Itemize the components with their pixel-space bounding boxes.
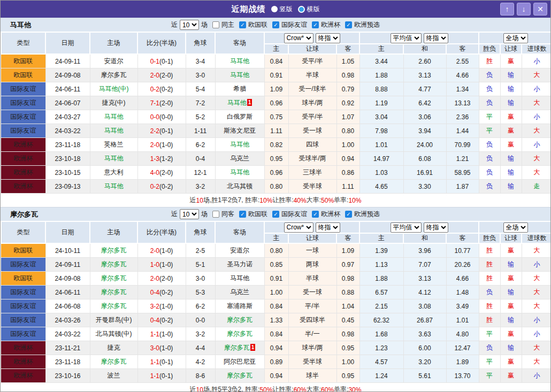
odds-company-select[interactable]: Crow* (284, 33, 313, 43)
league-checkbox-0[interactable]: ✓ (239, 21, 246, 28)
corner-cell: 3-0 (186, 272, 215, 286)
avg-away-cell: 10.77 (446, 243, 479, 258)
odds-stage-select[interactable]: 终指 (316, 222, 340, 233)
halftime-score: (2-0) (159, 99, 173, 107)
match-row: 国际友谊24-06-11摩尔多瓦0-4(0-2)5-3乌克兰1.00受一球0.8… (1, 286, 551, 299)
match-row: 国际友谊24-06-11马耳他(中)0-2(0-2)5-4希腊1.09受一/球半… (1, 82, 551, 96)
league-checkbox-3[interactable]: ✓ (345, 211, 352, 218)
halftime-score: (2-0) (159, 169, 173, 176)
handicap-result-cell: 赢 (500, 124, 522, 138)
fulltime-score: 1-3 (150, 155, 159, 163)
goals-result-cell: 大 (522, 152, 551, 166)
average-stage-select[interactable]: 终指 (424, 222, 448, 233)
score-cell: 0-2(0-2) (137, 180, 186, 194)
avg-draw-cell: 26.87 (403, 313, 446, 327)
halftime-score: (1-0) (159, 344, 173, 352)
date-cell: 24-09-08 (45, 272, 90, 286)
layout-radio-vertical[interactable]: 竖版 (271, 5, 293, 14)
avg-home-cell: 1.88 (359, 68, 403, 82)
avg-draw-cell: 3.63 (403, 327, 446, 341)
home-team-cell: 意大利 (90, 166, 137, 180)
league-checkbox-1[interactable]: ✓ (272, 21, 279, 28)
result-cell: 负 (479, 341, 500, 355)
corner-cell: 3-2 (186, 327, 215, 341)
competition-type-cell: 欧洲杯 (1, 152, 45, 166)
home-team-name: 摩尔多瓦 (101, 274, 127, 282)
halftime-score: (0-1) (159, 58, 173, 65)
result-cell: 平 (479, 327, 500, 341)
date-cell: 23-09-13 (45, 180, 90, 194)
summary-segment: 让胜率: (272, 385, 293, 392)
radio-selected-icon (271, 6, 278, 12)
league-label: 国际友谊 (281, 20, 307, 29)
home-team-cell: 捷克(中) (90, 96, 137, 110)
avg-home-cell: 1.23 (359, 341, 403, 355)
handicap-cell: 受平/半 (288, 110, 336, 124)
result-cell: 负 (479, 82, 500, 96)
odds-company-select[interactable]: Crow* (284, 222, 313, 233)
same-side-checkbox[interactable] (212, 211, 219, 218)
odds-away-cell: 1.05 (336, 54, 359, 68)
home-team-name: 开曼群岛(中) (96, 316, 132, 324)
odds-stage-select[interactable]: 终指 (316, 33, 340, 43)
average-select[interactable]: 平均值 (391, 33, 422, 43)
result-cell: 胜 (479, 272, 500, 286)
league-checkbox-2[interactable]: ✓ (312, 211, 319, 218)
away-team-name: 摩尔多瓦 (227, 316, 252, 324)
home-team-cell: 北马其顿(中) (90, 327, 137, 341)
halftime-score: (0-2) (159, 317, 173, 324)
handicap-cell: 受半球 (288, 355, 336, 369)
league-checkbox-1[interactable]: ✓ (272, 211, 279, 218)
match-row: 欧国联24-09-08摩尔多瓦2-0(2-0)3-0马耳他0.91半球0.981… (1, 68, 551, 82)
away-team-cell: 白俄罗斯 (215, 110, 264, 124)
layout-radio-horizontal[interactable]: 横版 (298, 5, 320, 14)
average-stage-select[interactable]: 终指 (424, 33, 448, 43)
corner-cell: 5-1 (186, 258, 215, 272)
radio-unselected-icon (298, 6, 305, 13)
avg-away-cell: 1.87 (446, 180, 479, 194)
scope-select[interactable]: 全场 (503, 33, 528, 43)
odds-home-cell: 0.84 (264, 299, 288, 313)
red-card-badge: 1 (247, 99, 252, 106)
scope-select[interactable]: 全场 (503, 222, 528, 233)
home-team-name: 摩尔多瓦 (101, 288, 127, 296)
sub-column-header: 让球 (288, 233, 336, 243)
match-row: 国际友谊24-03-22马耳他2-2(0-1)1-11斯洛文尼亚1.11受一球0… (1, 124, 551, 138)
avg-draw-cell: 3.06 (403, 110, 446, 124)
goals-result-cell: 大 (522, 286, 551, 299)
halftime-score: (0-1) (159, 372, 173, 380)
handicap-cell: 受半球 (288, 180, 336, 194)
result-cell: 平 (479, 124, 500, 138)
close-button[interactable]: ✕ (533, 3, 547, 16)
league-checkbox-2[interactable]: ✓ (312, 21, 319, 28)
avg-home-cell: 1.19 (359, 96, 403, 110)
odds-home-cell: 1.09 (264, 82, 288, 96)
result-cell: 胜 (479, 54, 500, 68)
odds-away-cell: 0.98 (336, 272, 359, 286)
odds-home-cell: 0.80 (264, 180, 288, 194)
goals-result-cell: 小 (522, 258, 551, 272)
match-row: 国际友谊24-06-08摩尔多瓦3-2(1-0)6-2塞浦路斯0.84平/半1.… (1, 299, 551, 313)
league-checkbox-0[interactable]: ✓ (239, 211, 246, 218)
average-select[interactable]: 平均值 (391, 222, 422, 233)
recent-count-select[interactable]: 10 (180, 209, 199, 219)
match-row: 国际友谊24-06-07捷克(中)7-1(2-0)7-2马耳他10.96球半/两… (1, 96, 551, 110)
move-down-button[interactable]: ↓ (517, 3, 531, 16)
score-cell: 2-2(0-1) (137, 124, 186, 138)
halftime-score: (0-1) (159, 358, 173, 366)
radio-vertical-label: 竖版 (280, 5, 293, 14)
avg-away-cell: 70.99 (446, 138, 479, 152)
recent-count-select[interactable]: 10 (180, 20, 199, 30)
odds-away-cell: 0.92 (336, 96, 359, 110)
move-up-button[interactable]: ↑ (500, 3, 514, 16)
column-header: 比分(半场) (137, 221, 186, 243)
odds-away-cell: 0.95 (336, 369, 359, 383)
goals-result-cell: 小 (522, 369, 551, 383)
league-checkbox-3[interactable]: ✓ (345, 21, 352, 28)
odds-select-group: 平均值终指 (359, 221, 479, 233)
avg-home-cell: 1.01 (359, 138, 403, 152)
sub-column-header: 主 (359, 233, 403, 243)
match-row: 国际友谊24-03-27马耳他0-0(0-0)5-2白俄罗斯0.75受平/半1.… (1, 110, 551, 124)
same-side-checkbox[interactable] (212, 21, 219, 28)
home-team-cell: 摩尔多瓦 (90, 243, 137, 258)
